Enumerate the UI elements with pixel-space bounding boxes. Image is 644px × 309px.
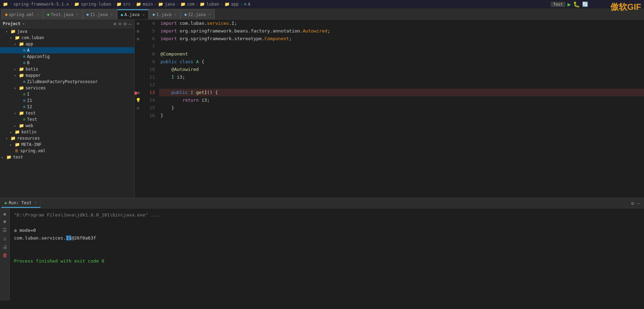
tree-item-meta-inf[interactable]: ▸ 📁 META-INF	[0, 141, 134, 148]
tab-i1-java[interactable]: ● I1.java ×	[83, 9, 117, 19]
console-up-btn[interactable]: ▲	[1, 210, 8, 217]
tree-item-batis[interactable]: ▸ 📁 batis	[0, 66, 134, 72]
line-num-15: 15	[142, 104, 155, 112]
token-type-I-13: I	[191, 89, 193, 96]
code-line-5: import org.springframework.beans.factory…	[159, 27, 644, 35]
tab-test-java-label: Test.java	[51, 12, 73, 17]
arrow-test-root: ▸	[1, 155, 6, 159]
console-output: "D:\Program Files\Java\jdk1.8.0_181\bin\…	[10, 208, 644, 301]
editor-gutter-indicators: ⊞ ⊞ ⊞ ● ⊠	[135, 20, 142, 198]
tree-item-zilubeanfactorypostprocessor[interactable]: ▸ ⊙ ZiluBeanFactoryPostprocessor	[0, 79, 134, 85]
tab-test-java-close[interactable]: ×	[76, 12, 79, 17]
bc-spring-framework[interactable]: spring-framework-5.1.x	[13, 2, 69, 7]
tree-item-app[interactable]: ▾ 📁 app	[0, 41, 134, 47]
tab-a-java[interactable]: ● A.java ×	[117, 9, 149, 19]
a-java-icon: ●	[121, 13, 123, 17]
fold-icon-6[interactable]: ⊞	[137, 37, 139, 41]
tab-spring-xml[interactable]: ■ spring.xml ×	[1, 9, 43, 19]
tree-label-mapper: mapper	[26, 73, 41, 78]
token-autowired-10: @Autowired	[160, 66, 199, 73]
bc-luban[interactable]: 📁	[200, 2, 205, 7]
bc-project-item[interactable]: 📁	[3, 2, 8, 7]
gutter-9	[135, 58, 142, 66]
tree-item-B[interactable]: ▸ ⊙ B	[0, 60, 134, 66]
tree-item-appconfig[interactable]: ▸ ⊙ Appconfig	[0, 53, 134, 60]
main-layout: Project ▾ ⊕ ≡ ⚙ — ▾ 📁 java ▾ 📁 com.luban	[0, 20, 644, 198]
fold-icon-4[interactable]: ⊞	[137, 22, 139, 25]
bc-app[interactable]: 📁	[224, 2, 230, 7]
bc-a-class[interactable]: ⊙	[244, 2, 246, 7]
bottom-panel-icons: ⚙ —	[631, 200, 643, 206]
code-content[interactable]: import com.luban. services .I; import or…	[159, 20, 644, 198]
tree-item-com-luban[interactable]: ▾ 📁 com.luban	[0, 35, 134, 41]
tree-item-I2[interactable]: ▸ ⊙ I2	[0, 104, 134, 110]
bc-java[interactable]: 📁	[158, 2, 163, 7]
breakpoint-icon-13[interactable]: ●	[135, 89, 137, 96]
console-delete-btn[interactable]: 🗑	[1, 252, 8, 259]
tab-a-java-label: A.java	[124, 12, 139, 17]
bottom-minimize-icon[interactable]: —	[637, 200, 640, 206]
console-wrap-btn[interactable]: ⌂	[1, 235, 8, 242]
token-autowired-5: Autowired	[303, 27, 327, 35]
token-component-6: Component	[264, 35, 289, 43]
tree-item-spring-xml[interactable]: ▸ 🗎 spring.xml	[0, 148, 134, 154]
console-down-btn[interactable]: ▼	[1, 218, 8, 225]
tree-item-web[interactable]: ▸ 📁 web	[0, 123, 134, 129]
editor-tab-bar: ■ spring.xml × ● Test.java × ● I1.java ×…	[0, 8, 644, 20]
folder-resources-icon: 📁	[10, 136, 16, 141]
fold-icon-13[interactable]: ⊠	[137, 91, 139, 95]
console-line-6	[14, 250, 640, 257]
sidebar-close-icon[interactable]: —	[129, 21, 131, 27]
run-button[interactable]: ▶	[567, 1, 571, 8]
console-print-btn[interactable]: 🖨	[1, 243, 8, 250]
tab-a-java-close[interactable]: ×	[142, 13, 145, 17]
tab-i-java[interactable]: ● I.java ×	[149, 9, 180, 19]
folder-kotlin-icon: 📁	[15, 130, 20, 134]
tab-i1-java-close[interactable]: ×	[110, 12, 113, 17]
run-config-dropdown[interactable]: Test	[551, 2, 566, 7]
coverage-button[interactable]: 🔄	[582, 1, 588, 7]
tree-label-test-folder: test	[26, 111, 36, 116]
code-container: ⊞ ⊞ ⊞ ● ⊠	[135, 20, 644, 198]
tree-item-java[interactable]: ▾ 📁 java	[0, 28, 134, 35]
token-public-13: public	[171, 89, 188, 96]
fold-icon-5[interactable]: ⊞	[137, 29, 139, 33]
bc-java-label: java	[165, 2, 175, 7]
debug-button[interactable]: 🐛	[573, 1, 580, 8]
tree-item-services[interactable]: ▾ 📁 services	[0, 85, 134, 91]
bc-com[interactable]: 📁	[180, 2, 186, 7]
gutter-5: ⊞	[135, 27, 142, 35]
bc-src-label: src	[123, 2, 131, 7]
bottom-settings-icon[interactable]: ⚙	[631, 200, 634, 206]
tab-spring-xml-close[interactable]: ×	[37, 12, 39, 17]
tab-i2-java[interactable]: ● I2.java ×	[181, 9, 215, 19]
bottom-tab-run-close[interactable]: ×	[34, 200, 37, 205]
sidebar-dropdown-icon[interactable]: ▾	[23, 22, 25, 26]
tree-item-I1[interactable]: ▸ ⊙ I1	[0, 97, 134, 104]
tree-item-I[interactable]: ▸ ⊙ I	[0, 91, 134, 97]
console-lines-btn[interactable]: ☰	[1, 227, 8, 234]
tree-item-resources[interactable]: ▾ 📁 resources	[0, 135, 134, 141]
tree-item-mapper[interactable]: ▾ 📁 mapper	[0, 72, 134, 79]
code-line-16: }	[159, 112, 644, 119]
tab-i2-java-close[interactable]: ×	[208, 12, 211, 17]
bc-main[interactable]: 📁	[136, 2, 141, 7]
tree-label-services: services	[26, 86, 46, 90]
fold-icon-15[interactable]: ⊟	[137, 106, 139, 110]
tree-item-test[interactable]: ▾ 📁 test	[0, 110, 134, 116]
tree-item-A[interactable]: ▸ ⊙ A	[0, 47, 134, 53]
bc-sep1: ›	[9, 2, 12, 7]
sidebar-settings-icon[interactable]: ⚙	[123, 21, 126, 27]
tree-item-Test[interactable]: ▸ ⊙ Test	[0, 116, 134, 123]
tab-i-java-close[interactable]: ×	[174, 12, 177, 17]
tree-item-kotlin[interactable]: ▸ 📁 kotlin	[0, 129, 134, 135]
bc-spring-luban[interactable]: 📁	[74, 2, 79, 7]
tab-test-java[interactable]: ● Test.java ×	[43, 9, 83, 19]
folder-mapper-icon: 📁	[19, 73, 24, 78]
sidebar-locate-icon[interactable]: ⊕	[113, 21, 116, 27]
tree-label-spring-xml: spring.xml	[20, 148, 45, 153]
sidebar-collapse-icon[interactable]: ≡	[119, 21, 121, 27]
bc-src[interactable]: 📁	[116, 2, 122, 7]
tree-item-test-root[interactable]: ▸ 📁 test	[0, 154, 134, 160]
bottom-tab-run-test[interactable]: ▶ Run: Test ×	[1, 199, 41, 208]
